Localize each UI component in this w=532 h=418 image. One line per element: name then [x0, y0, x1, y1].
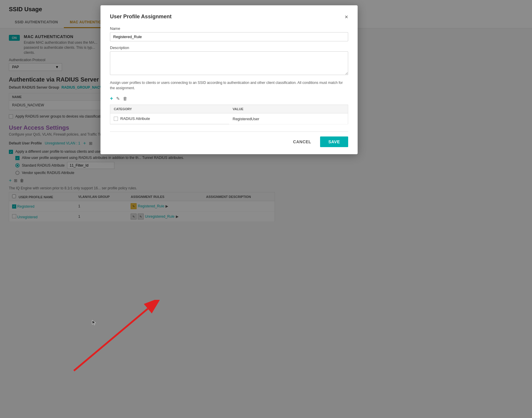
modal-title: User Profile Assignment	[110, 14, 171, 20]
modal-edit-btn[interactable]: ✎	[116, 96, 120, 101]
save-button[interactable]: SAVE	[320, 136, 348, 147]
row-checkbox[interactable]	[114, 117, 118, 121]
modal-delete-btn[interactable]: 🗑	[123, 96, 127, 101]
name-input[interactable]	[110, 32, 348, 41]
cancel-button[interactable]: CANCEL	[288, 137, 316, 147]
conditions-table: CATEGORY VALUE RADIUS Attribute Register…	[110, 105, 348, 124]
col-category: CATEGORY	[110, 105, 229, 113]
condition-row: RADIUS Attribute RegisteredUser	[110, 113, 348, 124]
description-field-label: Description	[110, 45, 348, 50]
name-field-label: Name	[110, 26, 348, 31]
category-value: RADIUS Attribute	[120, 116, 150, 121]
modal-close-button[interactable]: ×	[345, 14, 348, 20]
modal-info-text: Assign user profiles to clients or users…	[110, 80, 348, 91]
modal-add-btn[interactable]: +	[110, 95, 113, 102]
value-cell: RegisteredUser	[229, 113, 348, 124]
user-profile-assignment-modal: User Profile Assignment × Name Descripti…	[100, 5, 358, 154]
description-textarea[interactable]	[110, 51, 348, 75]
col-value: VALUE	[229, 105, 348, 113]
